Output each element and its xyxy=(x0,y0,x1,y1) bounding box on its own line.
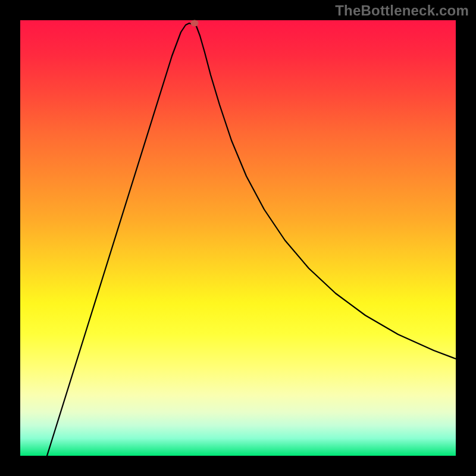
chart-curve xyxy=(20,20,456,456)
watermark-text: TheBottleneck.com xyxy=(335,2,469,19)
minimum-marker xyxy=(191,20,199,27)
chart-frame: TheBottleneck.com xyxy=(0,0,476,476)
curve-path xyxy=(47,23,456,456)
